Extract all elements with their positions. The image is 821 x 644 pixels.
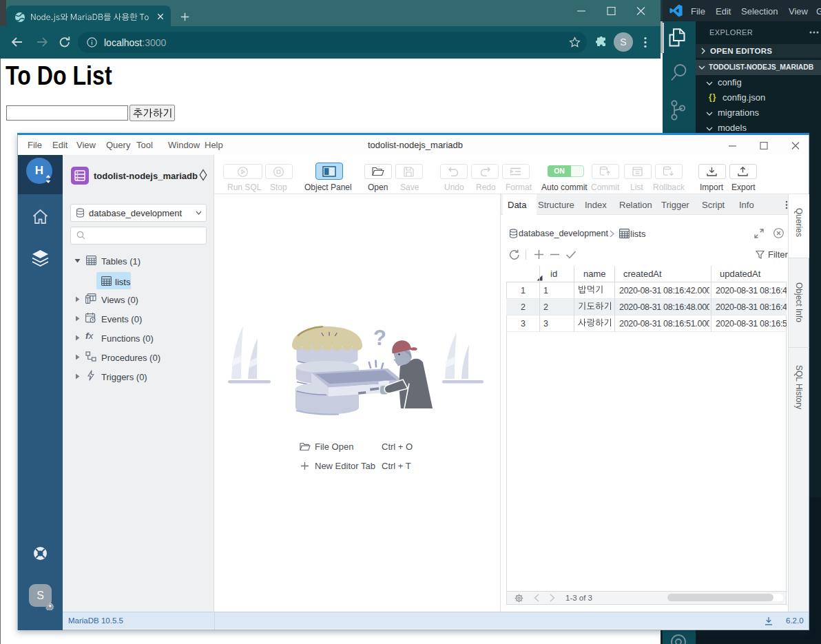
svg-text:?: ? xyxy=(373,326,386,350)
